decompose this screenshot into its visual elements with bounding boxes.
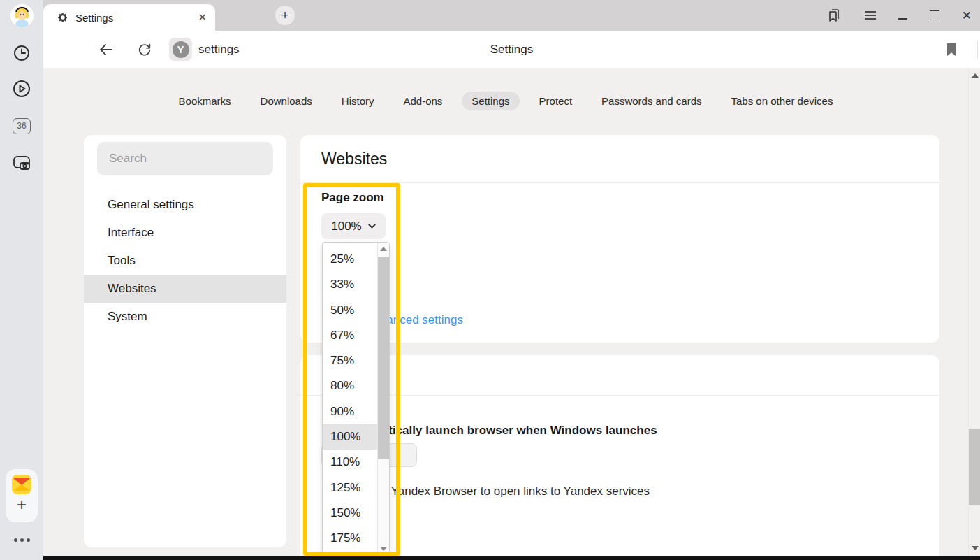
sidebar-item-tools[interactable]: Tools <box>84 247 286 275</box>
sidebar-item-interface[interactable]: Interface <box>84 219 286 247</box>
tab-counter-badge[interactable]: 36 <box>0 117 43 134</box>
screenshot-icon[interactable] <box>0 152 43 173</box>
scroll-up-icon[interactable] <box>380 247 387 251</box>
scroll-down-icon[interactable] <box>972 546 979 550</box>
zoom-option-150[interactable]: 150% <box>323 501 378 526</box>
yandex-logo-icon: Y <box>173 41 189 58</box>
profile-avatar[interactable] <box>0 4 43 27</box>
tab-settings[interactable]: Settings ✕ <box>43 4 215 31</box>
page-zoom-selected-value: 100% <box>331 220 361 234</box>
sidebar-item-general-settings[interactable]: General settings <box>84 191 286 219</box>
nav-tab-downloads[interactable]: Downloads <box>251 92 322 110</box>
browser-side-rail: 36 + <box>0 0 43 560</box>
nav-tab-settings[interactable]: Settings <box>462 92 519 110</box>
zoom-option-75[interactable]: 75% <box>323 348 378 373</box>
zoom-option-110[interactable]: 110% <box>323 450 378 475</box>
chevron-down-icon <box>368 224 376 229</box>
settings-page: Bookmarks Downloads History Add-ons Sett… <box>43 68 980 556</box>
zoom-option-175[interactable]: 175% <box>323 526 378 551</box>
new-tab-button[interactable]: + <box>275 6 295 25</box>
autolaunch-setting-label: Automatically launch browser when Window… <box>344 424 657 438</box>
sidebar-item-system[interactable]: System <box>84 303 286 331</box>
tab-count: 36 <box>13 118 31 134</box>
history-icon[interactable] <box>0 43 43 63</box>
page-scrollbar[interactable] <box>968 68 980 556</box>
nav-tab-other-devices[interactable]: Tabs on other devices <box>722 92 843 110</box>
rail-more-icon[interactable] <box>0 538 43 542</box>
scroll-up-icon[interactable] <box>972 73 979 78</box>
card-divider <box>300 182 939 183</box>
avatar-image <box>10 4 34 27</box>
settings-search[interactable] <box>97 142 273 175</box>
nav-tab-protect[interactable]: Protect <box>529 92 583 110</box>
back-button[interactable] <box>96 31 117 68</box>
websites-card: Websites Advanced settings Website setti… <box>300 135 939 343</box>
scroll-down-icon[interactable] <box>380 547 387 551</box>
search-input[interactable] <box>97 142 273 175</box>
nav-tab-history[interactable]: History <box>332 92 384 110</box>
browser-toolbar: Y settings Settings <box>43 31 980 68</box>
card-divider <box>300 395 939 396</box>
zoom-option-25[interactable]: 25% <box>323 247 378 272</box>
rail-add-icon[interactable]: + <box>0 495 43 515</box>
page-scrollbar-thumb[interactable] <box>969 429 980 505</box>
reload-button[interactable] <box>134 31 155 68</box>
nav-tab-passwords[interactable]: Passwords and cards <box>592 92 711 110</box>
page-zoom-select[interactable]: 100% <box>321 213 386 239</box>
settings-sidebar-card: General settings Interface Tools Website… <box>84 135 286 547</box>
taskbar-edge <box>43 556 980 560</box>
site-icon[interactable]: Y <box>169 38 192 61</box>
zoom-option-80[interactable]: 80% <box>323 373 378 399</box>
browser-window: 36 + <box>0 0 980 560</box>
zoom-option-125[interactable]: 125% <box>323 475 378 501</box>
tab-title: Settings <box>75 12 198 24</box>
address-bar-text[interactable]: settings <box>198 31 240 68</box>
yandex-links-setting-label: Use Yandex Browser to open links to Yand… <box>367 484 650 498</box>
tab-close-icon[interactable]: ✕ <box>198 11 207 24</box>
toolbar-divider <box>977 41 978 59</box>
plus-icon: + <box>17 495 27 515</box>
zoom-option-33[interactable]: 33% <box>323 272 378 297</box>
zoom-option-50[interactable]: 50% <box>323 298 378 323</box>
minimize-icon[interactable] <box>898 18 907 20</box>
gear-icon <box>57 12 68 23</box>
zoom-option-90[interactable]: 90% <box>323 399 378 424</box>
websites-card-title: Websites <box>321 150 387 168</box>
page-zoom-label: Page zoom <box>321 191 384 205</box>
settings-section-list: General settings Interface Tools Website… <box>84 191 286 331</box>
zoom-option-67[interactable]: 67% <box>323 323 378 348</box>
page-zoom-options: 25% 33% 50% 67% 75% 80% 90% 100% 110% 12… <box>323 247 378 552</box>
play-media-icon[interactable] <box>0 79 43 99</box>
nav-tab-addons[interactable]: Add-ons <box>393 92 452 110</box>
sidebar-item-websites[interactable]: Websites <box>84 275 286 303</box>
window-close-icon[interactable]: ✕ <box>962 10 972 22</box>
maximize-icon[interactable] <box>930 10 939 20</box>
yandex-mail-icon[interactable] <box>0 474 43 495</box>
zoom-option-100[interactable]: 100% <box>323 424 378 450</box>
page-zoom-dropdown: 25% 33% 50% 67% 75% 80% 90% 100% 110% 12… <box>322 242 390 556</box>
bookmarks-panel-icon[interactable] <box>826 7 842 24</box>
tab-bar: Settings ✕ + ✕ <box>43 0 980 31</box>
system-card: Automatically launch browser when Window… <box>300 355 939 556</box>
settings-nav-tabs: Bookmarks Downloads History Add-ons Sett… <box>43 92 968 110</box>
menu-icon[interactable] <box>865 11 876 20</box>
dropdown-scrollbar[interactable] <box>377 243 389 555</box>
dropdown-scrollbar-thumb[interactable] <box>378 257 389 459</box>
bookmark-icon[interactable] <box>940 31 963 68</box>
nav-tab-bookmarks[interactable]: Bookmarks <box>169 92 241 110</box>
